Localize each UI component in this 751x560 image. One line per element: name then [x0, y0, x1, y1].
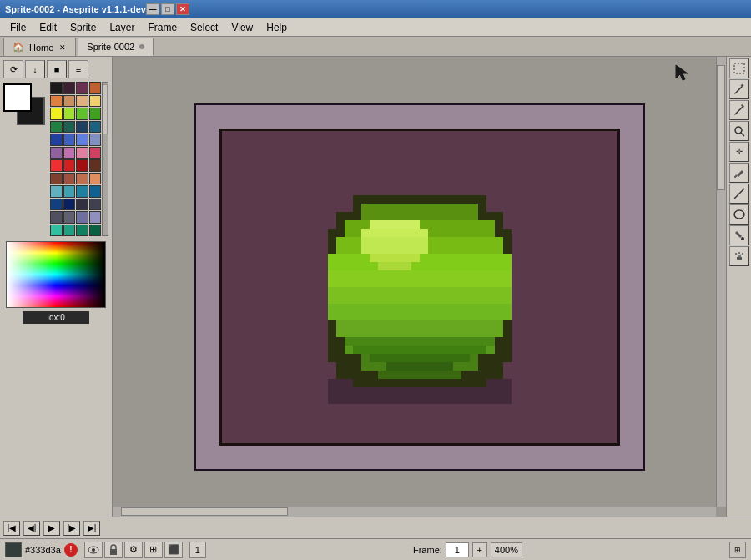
visibility-toggle-button[interactable] [84, 542, 103, 558]
first-frame-button[interactable]: |◀ [3, 521, 20, 536]
horizontal-scrollbar[interactable] [113, 507, 716, 517]
swatch-28[interactable] [50, 173, 63, 185]
marquee-tool-button[interactable] [729, 58, 749, 78]
swatch-40[interactable] [50, 211, 63, 224]
palette-menu-button[interactable]: ≡ [68, 60, 88, 78]
pencil-tool-button[interactable] [729, 79, 749, 99]
palette-scrollbar[interactable] [102, 82, 108, 236]
maximize-button[interactable]: □ [161, 3, 174, 15]
swatch-3[interactable] [89, 82, 102, 94]
palette-reload-button[interactable]: ⟳ [3, 60, 23, 78]
gear-settings-button[interactable]: ⚙ [124, 542, 143, 558]
move-tool-button[interactable]: ✛ [729, 142, 749, 162]
swatch-45[interactable] [63, 225, 76, 237]
swatch-20[interactable] [50, 147, 63, 159]
svg-rect-13 [328, 304, 512, 320]
swatch-17[interactable] [63, 134, 76, 146]
palette-fill-button[interactable]: ■ [47, 60, 67, 78]
play-button[interactable]: ▶ [43, 521, 60, 536]
tab-home-close[interactable]: ✕ [58, 43, 67, 52]
swatch-22[interactable] [76, 147, 88, 159]
swatch-16[interactable] [50, 134, 63, 146]
vertical-scrollbar[interactable] [716, 57, 726, 507]
swatch-2[interactable] [76, 82, 88, 94]
swatch-47[interactable] [89, 225, 102, 237]
swatch-37[interactable] [63, 199, 76, 211]
swatch-1[interactable] [63, 82, 76, 94]
swatch-31[interactable] [89, 173, 102, 185]
pen-tool-button[interactable] [729, 100, 749, 120]
swatch-23[interactable] [89, 147, 102, 159]
swatch-30[interactable] [76, 173, 88, 185]
swatch-15[interactable] [89, 121, 102, 134]
swatch-46[interactable] [76, 225, 88, 237]
swatch-43[interactable] [89, 211, 102, 224]
swatch-26[interactable] [76, 159, 88, 172]
magnifier-tool-button[interactable] [729, 121, 749, 141]
swatch-41[interactable] [63, 211, 76, 224]
swatch-44[interactable] [50, 225, 63, 237]
swatch-39[interactable] [89, 199, 102, 211]
swatch-29[interactable] [63, 173, 76, 185]
minimize-button[interactable]: — [146, 3, 159, 15]
tab-sprite[interactable]: Sprite-0002 [78, 38, 154, 56]
swatch-21[interactable] [63, 147, 76, 159]
menu-view[interactable]: View [224, 18, 260, 36]
swatch-11[interactable] [89, 108, 102, 120]
menu-frame[interactable]: Frame [141, 18, 184, 36]
canvas-area[interactable] [113, 57, 726, 517]
palette-sort-button[interactable]: ↓ [25, 60, 45, 78]
frame-number-input[interactable] [446, 542, 469, 557]
fg-color-box[interactable] [3, 83, 32, 112]
screen-mode-button[interactable]: ⬛ [164, 542, 183, 558]
swatch-14[interactable] [76, 121, 88, 134]
swatch-35[interactable] [89, 185, 102, 198]
menu-help[interactable]: Help [260, 18, 294, 36]
menu-file[interactable]: File [3, 18, 33, 36]
swatch-24[interactable] [50, 159, 63, 172]
swatch-10[interactable] [76, 108, 88, 120]
menu-select[interactable]: Select [184, 18, 224, 36]
swatch-4[interactable] [50, 95, 63, 108]
swatch-12[interactable] [50, 121, 63, 134]
grid-toggle-button[interactable]: ⊞ [144, 542, 163, 558]
swatch-9[interactable] [63, 108, 76, 120]
menu-sprite[interactable]: Sprite [63, 18, 103, 36]
corner-toggle-button[interactable]: ⊞ [729, 542, 746, 558]
swatch-6[interactable] [76, 95, 88, 108]
swatch-34[interactable] [76, 185, 88, 198]
swatch-36[interactable] [50, 199, 63, 211]
swatch-8[interactable] [50, 108, 63, 120]
prev-frame-button[interactable]: ◀| [23, 521, 40, 536]
ellipse-tool-button[interactable] [729, 204, 749, 225]
swatch-19[interactable] [89, 134, 102, 146]
tab-home[interactable]: 🏠 Home ✕ [3, 38, 76, 56]
menu-layer[interactable]: Layer [103, 18, 141, 36]
swatch-18[interactable] [76, 134, 88, 146]
swatch-33[interactable] [63, 185, 76, 198]
close-button[interactable]: ✕ [176, 3, 189, 15]
add-frame-button[interactable]: + [472, 542, 487, 557]
menu-edit[interactable]: Edit [33, 18, 63, 36]
swatch-42[interactable] [76, 211, 88, 224]
fill-tool-button[interactable] [729, 225, 749, 245]
swatch-25[interactable] [63, 159, 76, 172]
color-picker[interactable] [6, 241, 106, 308]
color-preview-small[interactable] [5, 542, 22, 557]
lock-button[interactable] [104, 542, 123, 558]
palette-scrollbar-thumb[interactable] [103, 84, 108, 134]
next-frame-button[interactable]: |▶ [63, 521, 80, 536]
swatch-5[interactable] [63, 95, 76, 108]
swatch-38[interactable] [76, 199, 88, 211]
swatch-27[interactable] [89, 159, 102, 172]
vertical-scrollbar-thumb[interactable] [717, 65, 725, 190]
spray-tool-button[interactable] [729, 246, 749, 266]
horizontal-scrollbar-thumb[interactable] [121, 507, 288, 516]
swatch-32[interactable] [50, 185, 63, 198]
swatch-0[interactable] [50, 82, 63, 94]
last-frame-button[interactable]: ▶| [83, 521, 100, 536]
swatch-13[interactable] [63, 121, 76, 134]
eyedropper-tool-button[interactable] [729, 163, 749, 183]
line-tool-button[interactable] [729, 184, 749, 204]
swatch-7[interactable] [89, 95, 102, 108]
